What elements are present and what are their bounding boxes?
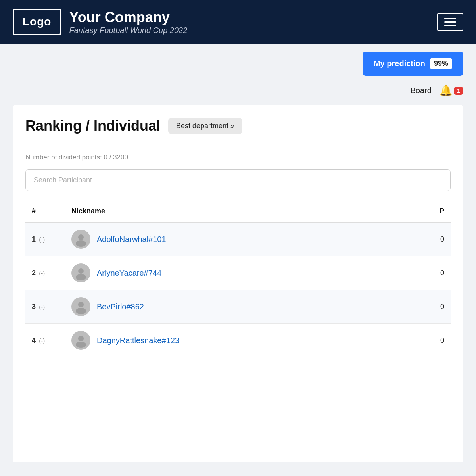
avatar-icon [73, 299, 88, 314]
nickname-cell: ArlyneYacare#744 [65, 256, 419, 290]
search-input[interactable] [25, 169, 451, 191]
page-title-row: Ranking / Individual Best department » [25, 117, 451, 134]
avatar [71, 230, 90, 249]
points-cell: 0 [419, 324, 451, 354]
best-department-button[interactable]: Best department » [168, 118, 242, 134]
avatar-icon [73, 333, 88, 348]
svg-point-6 [78, 336, 84, 341]
company-subtitle: Fantasy Football World Cup 2022 [69, 26, 187, 35]
bell-icon: 🔔 [440, 84, 452, 97]
logo: Logo [13, 9, 61, 35]
nickname-link[interactable]: ArlyneYacare#744 [97, 269, 161, 278]
svg-point-4 [78, 302, 84, 307]
page-title: Ranking / Individual [25, 117, 160, 134]
hamburger-line-3 [444, 25, 456, 26]
rank-cell: 2 (-) [25, 256, 65, 290]
nickname-link[interactable]: DagnyRattlesnake#123 [97, 336, 179, 345]
rank-number: 4 [32, 336, 36, 344]
points-cell: 0 [419, 256, 451, 290]
nickname-link[interactable]: AdolfoNarwhal#101 [97, 235, 166, 244]
avatar [71, 297, 90, 316]
svg-point-0 [78, 234, 84, 240]
nickname-cell: AdolfoNarwhal#101 [65, 222, 419, 256]
nickname-cell: DagnyRattlesnake#123 [65, 324, 419, 354]
table-row: 3 (-) BevPirlo#862 0 [25, 290, 451, 324]
rank-change: (-) [37, 270, 45, 276]
nickname-cell: BevPirlo#862 [65, 290, 419, 324]
col-header-nickname: Nickname [65, 202, 419, 222]
rank-number: 1 [32, 235, 36, 243]
rank-number: 2 [32, 269, 36, 277]
table-row: 1 (-) AdolfoNarwhal#101 0 [25, 222, 451, 256]
hamburger-button[interactable] [437, 13, 463, 31]
board-link[interactable]: Board [411, 86, 432, 95]
avatar [71, 263, 90, 282]
points-info: Number of divided points: 0 / 3200 [25, 154, 451, 161]
header-left: Logo Your Company Fantasy Football World… [13, 9, 187, 35]
rank-cell: 3 (-) [25, 290, 65, 324]
svg-point-3 [76, 274, 86, 280]
hamburger-line-1 [444, 18, 456, 19]
nav-row: Board 🔔 1 [0, 80, 476, 105]
svg-point-1 [76, 240, 86, 247]
points-cell: 0 [419, 290, 451, 324]
svg-point-2 [78, 268, 84, 274]
points-cell: 0 [419, 222, 451, 256]
prediction-button[interactable]: My prediction 99% [363, 52, 463, 76]
prediction-badge: 99% [430, 58, 452, 69]
ranking-table: # Nickname P 1 (-) AdolfoNarwhal#101 02 … [25, 202, 451, 354]
prediction-label: My prediction [374, 59, 425, 68]
rank-change: (-) [37, 303, 45, 310]
toolbar: My prediction 99% [0, 44, 476, 80]
svg-point-5 [76, 308, 86, 314]
title-divider [25, 144, 451, 144]
table-row: 4 (-) DagnyRattlesnake#123 0 [25, 324, 451, 354]
main-content: Ranking / Individual Best department » N… [13, 105, 463, 462]
avatar-icon [73, 232, 88, 247]
table-header-row: # Nickname P [25, 202, 451, 222]
company-name: Your Company [69, 9, 187, 26]
col-header-points: P [419, 202, 451, 222]
rank-change: (-) [37, 236, 45, 243]
rank-number: 3 [32, 303, 36, 311]
nickname-link[interactable]: BevPirlo#862 [97, 302, 144, 311]
rank-cell: 4 (-) [25, 324, 65, 354]
app-header: Logo Your Company Fantasy Football World… [0, 0, 476, 44]
notification-button[interactable]: 🔔 1 [440, 84, 463, 97]
company-info: Your Company Fantasy Football World Cup … [69, 9, 187, 35]
notification-badge: 1 [454, 87, 463, 95]
table-row: 2 (-) ArlyneYacare#744 0 [25, 256, 451, 290]
rank-change: (-) [37, 337, 45, 344]
rank-cell: 1 (-) [25, 222, 65, 256]
avatar-icon [73, 265, 88, 280]
avatar [71, 331, 90, 350]
hamburger-line-2 [444, 21, 456, 23]
col-header-rank: # [25, 202, 65, 222]
svg-point-7 [76, 342, 86, 348]
